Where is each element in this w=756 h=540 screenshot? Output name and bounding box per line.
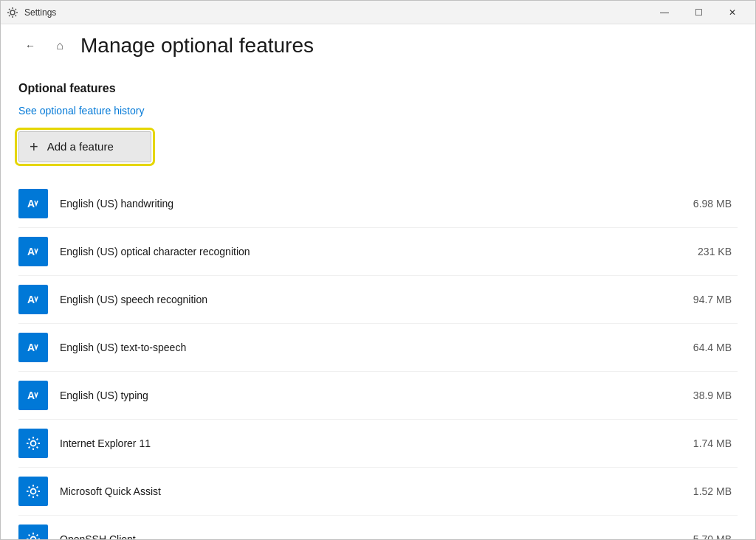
feature-list: A English (US) handwriting6.98 MB A Engl… bbox=[18, 180, 738, 539]
feature-list-item[interactable]: A English (US) speech recognition94.7 MB bbox=[18, 276, 738, 324]
feature-size: 5.70 MB bbox=[673, 533, 732, 539]
svg-text:A: A bbox=[27, 294, 35, 305]
minimize-button[interactable]: — bbox=[647, 1, 681, 24]
feature-list-item[interactable]: A English (US) typing38.9 MB bbox=[18, 372, 738, 420]
settings-window: Settings — ☐ ✕ ← ⌂ Manage optional featu… bbox=[0, 0, 756, 540]
header-nav: ← ⌂ Manage optional features bbox=[18, 24, 738, 64]
history-link[interactable]: See optional feature history bbox=[18, 105, 144, 117]
svg-text:A: A bbox=[27, 246, 35, 257]
home-button[interactable]: ⌂ bbox=[48, 34, 72, 58]
feature-name: English (US) handwriting bbox=[60, 197, 673, 210]
language-feature-icon: A bbox=[18, 381, 48, 410]
title-bar-left: Settings bbox=[7, 7, 647, 18]
feature-name: OpenSSH Client bbox=[60, 533, 673, 539]
system-feature-icon bbox=[18, 429, 48, 458]
feature-size: 1.52 MB bbox=[673, 485, 732, 497]
feature-name: English (US) typing bbox=[60, 389, 673, 402]
window-title: Settings bbox=[24, 7, 56, 18]
feature-name: English (US) optical character recogniti… bbox=[60, 245, 673, 258]
language-feature-icon: A bbox=[18, 285, 48, 314]
feature-list-item[interactable]: Microsoft Quick Assist1.52 MB bbox=[18, 468, 738, 516]
feature-list-item[interactable]: Internet Explorer 111.74 MB bbox=[18, 420, 738, 468]
feature-size: 64.4 MB bbox=[673, 342, 732, 353]
content-area: ← ⌂ Manage optional features Optional fe… bbox=[1, 24, 755, 539]
svg-point-0 bbox=[10, 10, 15, 15]
system-feature-icon bbox=[18, 525, 48, 539]
language-feature-icon: A bbox=[18, 237, 48, 266]
maximize-button[interactable]: ☐ bbox=[681, 1, 715, 24]
window-controls: — ☐ ✕ bbox=[647, 1, 749, 24]
feature-size: 231 KB bbox=[673, 246, 732, 257]
language-feature-icon: A bbox=[18, 333, 48, 362]
feature-list-item[interactable]: A English (US) optical character recogni… bbox=[18, 228, 738, 276]
feature-size: 1.74 MB bbox=[673, 437, 732, 449]
feature-list-item[interactable]: OpenSSH Client5.70 MB bbox=[18, 516, 738, 539]
section-title: Optional features bbox=[18, 82, 738, 95]
page-title: Manage optional features bbox=[80, 33, 314, 58]
plus-icon: + bbox=[30, 139, 38, 154]
back-button[interactable]: ← bbox=[18, 34, 42, 58]
feature-size: 38.9 MB bbox=[673, 390, 732, 401]
svg-point-12 bbox=[31, 488, 36, 494]
feature-list-item[interactable]: A English (US) handwriting6.98 MB bbox=[18, 180, 738, 228]
svg-point-11 bbox=[31, 440, 36, 446]
feature-name: English (US) speech recognition bbox=[60, 293, 673, 306]
main-content: ← ⌂ Manage optional features Optional fe… bbox=[1, 24, 755, 539]
home-icon: ⌂ bbox=[56, 39, 63, 52]
feature-name: English (US) text-to-speech bbox=[60, 341, 673, 354]
svg-text:A: A bbox=[27, 342, 35, 353]
feature-size: 6.98 MB bbox=[673, 198, 732, 210]
back-arrow-icon: ← bbox=[25, 40, 35, 52]
svg-text:A: A bbox=[27, 390, 35, 401]
close-button[interactable]: ✕ bbox=[715, 1, 749, 24]
title-bar: Settings — ☐ ✕ bbox=[1, 1, 755, 24]
feature-list-item[interactable]: A English (US) text-to-speech64.4 MB bbox=[18, 324, 738, 372]
feature-name: Internet Explorer 11 bbox=[60, 437, 673, 450]
feature-size: 94.7 MB bbox=[673, 294, 732, 305]
system-feature-icon bbox=[18, 477, 48, 506]
settings-titlebar-icon bbox=[7, 7, 18, 18]
svg-text:A: A bbox=[27, 198, 35, 210]
feature-name: Microsoft Quick Assist bbox=[60, 485, 673, 498]
add-feature-button[interactable]: + Add a feature bbox=[18, 131, 151, 162]
add-feature-label: Add a feature bbox=[47, 140, 114, 153]
language-feature-icon: A bbox=[18, 189, 48, 218]
svg-point-13 bbox=[31, 536, 36, 539]
